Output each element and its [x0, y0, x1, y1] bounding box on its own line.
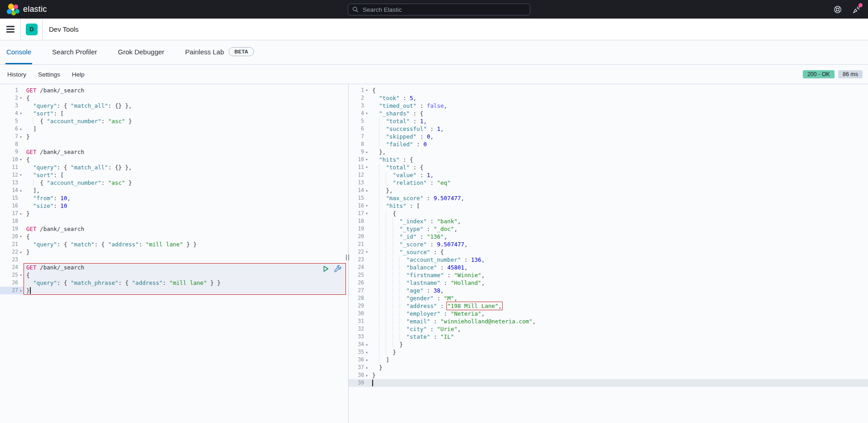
code-line-9[interactable]: 9▴ }, [349, 148, 868, 156]
space-badge[interactable]: D [26, 24, 38, 35]
code-line-20[interactable]: 20▾{ [0, 233, 348, 240]
code-line-10[interactable]: 10▾ "hits" : { [349, 156, 868, 163]
code-line-2[interactable]: 2 "took" : 5, [349, 94, 868, 102]
code-line-1[interactable]: 1▾{ [349, 87, 868, 94]
code-line-37[interactable]: 37▴ } [349, 364, 868, 371]
code-line-11[interactable]: 11 "query": { "match_all": {} }, [0, 163, 348, 171]
code-line-3[interactable]: 3 "timed_out" : false, [349, 102, 868, 110]
code-line-31[interactable]: 31 "email" : "winnieholland@neteria.com"… [349, 317, 868, 325]
code-line-3[interactable]: 3 "query": { "match_all": {} }, [0, 102, 348, 110]
code-line-16[interactable]: 16▾ "hits" : [ [349, 202, 868, 210]
fold-toggle-icon[interactable]: ▴ [364, 364, 369, 371]
code-line-13[interactable]: 13 { "account_number": "asc" } [0, 179, 348, 187]
code-line-9[interactable]: 9GET /bank/_search [0, 148, 348, 156]
fold-toggle-icon[interactable]: ▾ [364, 210, 369, 217]
code-line-38[interactable]: 38▴} [349, 371, 868, 379]
response-editor[interactable]: 1▾{2 "took" : 5,3 "timed_out" : false,4▾… [349, 85, 868, 423]
newsfeed-icon[interactable] [853, 5, 861, 14]
tab-search-profiler[interactable]: Search Profiler [51, 40, 98, 64]
fold-toggle-icon[interactable]: ▾ [364, 87, 369, 94]
code-line-15[interactable]: 15 "from": 10, [0, 194, 348, 202]
send-request-button[interactable] [322, 265, 330, 273]
fold-toggle-icon[interactable]: ▾ [18, 94, 24, 102]
code-line-12[interactable]: 12▾ "sort": [ [0, 171, 348, 179]
fold-toggle-icon[interactable]: ▴ [18, 133, 24, 140]
code-line-27[interactable]: 27▴} [0, 287, 348, 294]
code-line-22[interactable]: 22▴} [0, 248, 348, 256]
help-icon[interactable] [834, 5, 842, 14]
fold-toggle-icon[interactable]: ▾ [364, 156, 369, 163]
code-line-35[interactable]: 35▴ } [349, 348, 868, 356]
code-line-5[interactable]: 5 { "account_number": "asc" } [0, 117, 348, 125]
code-line-8[interactable]: 8 [0, 140, 348, 148]
fold-toggle-icon[interactable]: ▾ [364, 163, 369, 171]
code-line-17[interactable]: 17▾ { [349, 210, 868, 217]
code-line-16[interactable]: 16 "size": 10 [0, 202, 348, 210]
code-line-28[interactable]: 28 "gender" : "M", [349, 294, 868, 302]
code-line-6[interactable]: 6▴ ] [0, 125, 348, 133]
fold-toggle-icon[interactable]: ▾ [18, 156, 24, 163]
code-line-8[interactable]: 8 "failed" : 0 [349, 140, 868, 148]
code-line-21[interactable]: 21 "query": { "match": { "address": "mil… [0, 240, 348, 248]
code-line-34[interactable]: 34▴ } [349, 341, 868, 348]
fold-toggle-icon[interactable]: ▴ [18, 287, 24, 294]
fold-toggle-icon[interactable]: ▴ [364, 148, 369, 156]
fold-toggle-icon[interactable]: ▾ [364, 248, 369, 256]
code-line-23[interactable]: 23 [0, 256, 348, 264]
code-line-25[interactable]: 25 "firstname" : "Winnie", [349, 271, 868, 279]
fold-toggle-icon[interactable]: ▾ [364, 110, 369, 117]
code-line-29[interactable]: 29 "address" : "198 Mill Lane", [349, 302, 868, 310]
code-line-26[interactable]: 26 "lastname" : "Holland", [349, 279, 868, 287]
fold-toggle-icon[interactable]: ▴ [364, 348, 369, 356]
code-line-20[interactable]: 20 "_id" : "136", [349, 233, 868, 240]
history-button[interactable]: History [7, 71, 26, 78]
code-line-22[interactable]: 22▾ "_source" : { [349, 248, 868, 256]
code-line-1[interactable]: 1GET /bank/_search [0, 87, 348, 94]
tab-painless-lab[interactable]: Painless Lab BETA [184, 40, 255, 64]
fold-toggle-icon[interactable]: ▴ [18, 125, 24, 133]
code-line-27[interactable]: 27 "age" : 38, [349, 287, 868, 294]
panel-resize-handle[interactable] [346, 255, 349, 260]
tab-grok-debugger[interactable]: Grok Debugger [117, 40, 165, 64]
code-line-11[interactable]: 11▾ "total" : { [349, 163, 868, 171]
fold-toggle-icon[interactable]: ▴ [18, 187, 24, 194]
code-line-4[interactable]: 4▾ "_shards" : { [349, 110, 868, 117]
code-line-7[interactable]: 7▴} [0, 133, 348, 140]
fold-toggle-icon[interactable]: ▴ [364, 341, 369, 348]
code-line-23[interactable]: 23 "account_number" : 136, [349, 256, 868, 264]
code-line-5[interactable]: 5 "total" : 1, [349, 117, 868, 125]
code-line-15[interactable]: 15 "max_score" : 9.507477, [349, 194, 868, 202]
fold-toggle-icon[interactable]: ▾ [364, 202, 369, 210]
code-line-21[interactable]: 21 "_score" : 9.507477, [349, 240, 868, 248]
code-line-33[interactable]: 33 "state" : "IL" [349, 333, 868, 341]
code-line-25[interactable]: 25▾{ [0, 271, 348, 279]
fold-toggle-icon[interactable]: ▴ [18, 210, 24, 217]
search-input[interactable] [348, 4, 530, 15]
code-line-18[interactable]: 18 "_index" : "bank", [349, 217, 868, 225]
code-line-14[interactable]: 14▴ ], [0, 187, 348, 194]
code-line-18[interactable]: 18 [0, 217, 348, 225]
code-line-19[interactable]: 19 "_type" : "_doc", [349, 225, 868, 233]
menu-icon[interactable] [0, 19, 21, 40]
code-line-24[interactable]: 24GET /bank/_search [0, 264, 348, 271]
wrench-icon[interactable] [334, 265, 342, 273]
code-line-12[interactable]: 12 "value" : 1, [349, 171, 868, 179]
code-line-4[interactable]: 4▾ "sort": [ [0, 110, 348, 117]
settings-button[interactable]: Settings [38, 71, 60, 78]
code-line-24[interactable]: 24 "balance" : 45801, [349, 264, 868, 271]
code-line-17[interactable]: 17▴} [0, 210, 348, 217]
code-line-10[interactable]: 10▾{ [0, 156, 348, 163]
fold-toggle-icon[interactable]: ▾ [18, 171, 24, 179]
elastic-logo[interactable]: elastic [0, 3, 118, 16]
code-line-13[interactable]: 13 "relation" : "eq" [349, 179, 868, 187]
code-line-2[interactable]: 2▾{ [0, 94, 348, 102]
fold-toggle-icon[interactable]: ▾ [18, 110, 24, 117]
code-line-39[interactable]: 39 [349, 379, 868, 387]
tab-console[interactable]: Console [5, 40, 32, 64]
fold-toggle-icon[interactable]: ▴ [18, 248, 24, 256]
fold-toggle-icon[interactable]: ▴ [364, 371, 369, 379]
code-line-19[interactable]: 19GET /bank/_search [0, 225, 348, 233]
code-line-26[interactable]: 26 "query": { "match_phrase": { "address… [0, 279, 348, 287]
code-line-7[interactable]: 7 "skipped" : 0, [349, 133, 868, 140]
code-line-6[interactable]: 6 "successful" : 1, [349, 125, 868, 133]
